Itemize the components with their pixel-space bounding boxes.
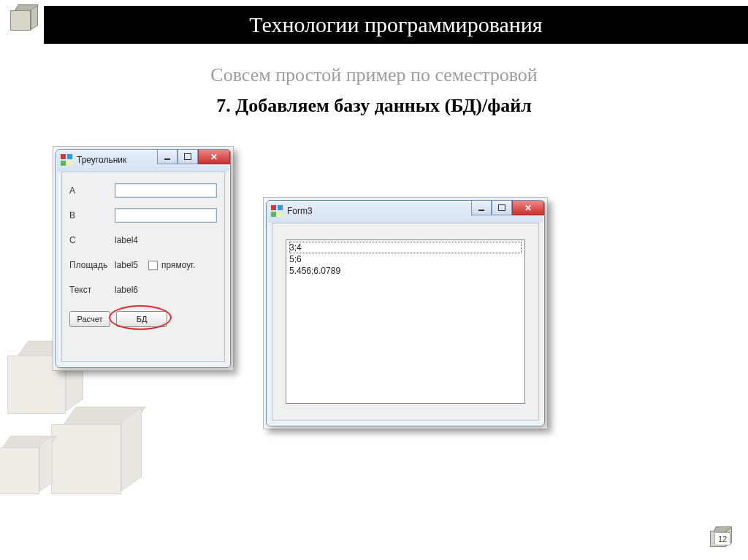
window-title: Form3 bbox=[287, 206, 313, 216]
label-area: Площадь bbox=[69, 260, 115, 270]
slide-subtitle-bold: 7. Добавляем базу данных (БД)/файл bbox=[0, 95, 748, 117]
calc-button[interactable]: Расчет bbox=[69, 311, 110, 327]
close-button[interactable] bbox=[198, 150, 230, 164]
label-b: B bbox=[69, 210, 115, 220]
list-item[interactable]: 5;6 bbox=[289, 254, 302, 264]
db-button[interactable]: БД bbox=[116, 311, 167, 327]
slide-title: Технологии программирования bbox=[44, 6, 748, 44]
slide-subtitle-grey: Совсем простой пример по семестровой bbox=[0, 64, 748, 86]
slide-page-number: 12 bbox=[714, 532, 730, 545]
screenshot-form3: Form3 3;4 5;6 5.456;6.0789 bbox=[263, 197, 548, 429]
value-c: label4 bbox=[115, 235, 138, 245]
window-title: Треугольник bbox=[77, 155, 126, 165]
input-b[interactable] bbox=[115, 208, 217, 223]
list-item[interactable]: 5.456;6.0789 bbox=[289, 266, 340, 276]
checkbox-label: прямоуг. bbox=[161, 260, 196, 270]
close-button[interactable] bbox=[512, 201, 544, 215]
slide-decor-cube-top-left bbox=[10, 4, 42, 37]
app-icon bbox=[61, 154, 72, 166]
app-icon bbox=[271, 205, 283, 217]
window-form3: Form3 3;4 5;6 5.456;6.0789 bbox=[266, 200, 545, 426]
value-area: label5 bbox=[115, 260, 147, 270]
minimize-button[interactable] bbox=[157, 150, 178, 164]
label-text: Текст bbox=[69, 285, 115, 295]
screenshot-form1: Треугольник A B C label4 Площадь l bbox=[53, 146, 234, 371]
list-item[interactable]: 3;4 bbox=[289, 242, 522, 253]
maximize-button[interactable] bbox=[178, 150, 198, 164]
listbox[interactable]: 3;4 5;6 5.456;6.0789 bbox=[286, 239, 525, 404]
input-a[interactable] bbox=[115, 183, 217, 198]
value-text: label6 bbox=[115, 285, 138, 295]
label-a: A bbox=[69, 185, 115, 196]
minimize-button[interactable] bbox=[471, 201, 492, 215]
label-c: C bbox=[69, 235, 115, 245]
checkbox-rectangular[interactable] bbox=[148, 261, 158, 270]
window-triangle: Треугольник A B C label4 Площадь l bbox=[56, 149, 231, 368]
maximize-button[interactable] bbox=[492, 201, 512, 215]
